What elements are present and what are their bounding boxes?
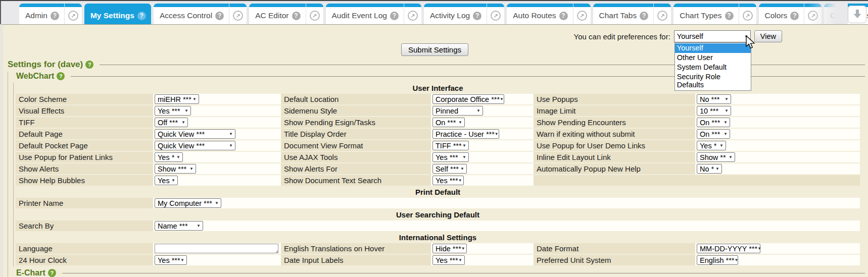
setting-label-tiff: TIFF bbox=[16, 117, 153, 129]
tab-chart-tabs[interactable]: Chart Tabs?↗ bbox=[593, 4, 671, 24]
inline-edit-layout-link-select[interactable]: Show **▼ bbox=[697, 152, 735, 162]
help-icon[interactable]: ? bbox=[725, 12, 734, 20]
select-value: Yes *** bbox=[436, 177, 458, 185]
title-display-order-select[interactable]: Practice - User ***▼ bbox=[432, 129, 499, 139]
default-pocket-page-select[interactable]: Quick View ***▼ bbox=[155, 141, 235, 150]
view-button[interactable]: View bbox=[754, 30, 782, 42]
select-value: Yes *** bbox=[158, 107, 180, 115]
tab-popout[interactable]: ↗ bbox=[487, 4, 504, 24]
help-icon[interactable]: ? bbox=[137, 12, 146, 20]
help-icon[interactable]: ? bbox=[559, 12, 568, 20]
tab-my-settings[interactable]: My Settings? bbox=[84, 4, 151, 24]
sidemenu-style-select[interactable]: Pinned▼ bbox=[432, 106, 483, 116]
tab-popout[interactable]: ↗ bbox=[306, 4, 323, 24]
dropdown-option-security-role-defaults[interactable]: Security Role Defaults bbox=[675, 72, 751, 90]
tab-popout[interactable]: ↗ bbox=[739, 4, 756, 24]
chevron-down-icon: ▼ bbox=[229, 143, 233, 148]
tab-popout[interactable]: ↗ bbox=[804, 4, 822, 24]
edit-preferences-label: You can edit preferences for: bbox=[574, 32, 670, 41]
echart-legend: E-Chart ? bbox=[16, 268, 865, 277]
search-by-select[interactable]: Name ***▼ bbox=[155, 221, 203, 231]
tab-audit-event-log[interactable]: Audit Event Log?↗ bbox=[326, 4, 421, 24]
help-icon[interactable]: ? bbox=[390, 12, 399, 20]
use-ajax-tools-select[interactable]: Yes ***▼ bbox=[432, 152, 469, 162]
setting-value-cell: Yes ***▼ bbox=[431, 175, 534, 187]
select-value: MM-DD-YYYY *** bbox=[700, 245, 757, 253]
help-icon[interactable]: ? bbox=[85, 61, 93, 69]
settings-fieldset: WebChart ? User InterfaceColor SchememiE… bbox=[8, 72, 865, 277]
tab-auto-routes[interactable]: Auto Routes?↗ bbox=[507, 4, 590, 24]
warn-if-exiting-without-submit-select[interactable]: On ***▼ bbox=[697, 129, 730, 139]
show-alerts-for-select[interactable]: Self ***▼ bbox=[432, 164, 467, 174]
submit-settings-button[interactable]: Submit Settings bbox=[401, 43, 468, 56]
help-icon[interactable]: ? bbox=[51, 12, 59, 20]
chevron-down-icon: ▼ bbox=[197, 224, 201, 228]
module-tab-bar: Admin?↗My Settings?Access Control?↗AC Ed… bbox=[0, 1, 868, 24]
tab-label: Chart Types bbox=[680, 11, 721, 20]
setting-value-cell: Show ***▼ bbox=[153, 163, 281, 175]
document-view-format-select[interactable]: TIFF ***▼ bbox=[432, 141, 469, 150]
dropdown-option-other-user[interactable]: Other User bbox=[675, 53, 751, 63]
image-limit-select[interactable]: 10 ***▼ bbox=[697, 106, 731, 116]
help-icon[interactable]: ? bbox=[790, 12, 799, 20]
tab-popout[interactable]: ↗ bbox=[404, 4, 421, 24]
preferred-unit-system-select[interactable]: English ***▼ bbox=[697, 255, 738, 265]
tab-colors[interactable]: Colors?↗ bbox=[759, 4, 822, 24]
show-help-bubbles-select[interactable]: Yes▼ bbox=[155, 176, 178, 185]
tab-activity-log[interactable]: Activity Log?↗ bbox=[424, 4, 504, 24]
setting-value-cell: Quick View ***▼ bbox=[153, 140, 281, 152]
show-alerts-select[interactable]: Show ***▼ bbox=[155, 164, 196, 174]
help-icon[interactable]: ? bbox=[57, 72, 65, 80]
tab-ac-editor[interactable]: AC Editor?↗ bbox=[249, 4, 323, 24]
tab-admin[interactable]: Admin?↗ bbox=[19, 4, 82, 24]
setting-label-default-location: Default Location bbox=[281, 94, 431, 105]
tab-popout[interactable]: ↗ bbox=[573, 4, 591, 24]
help-icon[interactable]: ? bbox=[640, 12, 648, 20]
24-hour-clock-select[interactable]: Yes ***▼ bbox=[155, 255, 187, 265]
show-pending-encounters-select[interactable]: On ***▼ bbox=[697, 118, 730, 127]
tab-access-control[interactable]: Access Control?↗ bbox=[154, 4, 247, 24]
language-input[interactable]: ◢ bbox=[155, 244, 278, 253]
default-location-select[interactable]: Corporate Office ***▼ bbox=[432, 94, 504, 104]
chevron-down-icon: ▼ bbox=[192, 97, 197, 101]
help-icon[interactable]: ? bbox=[48, 269, 56, 277]
help-icon[interactable]: ? bbox=[473, 12, 481, 20]
use-popup-for-user-demo-links-select[interactable]: Yes *▼ bbox=[697, 141, 726, 150]
tiff-select[interactable]: Off ***▼ bbox=[155, 118, 188, 127]
show-document-text-search-select[interactable]: Yes ***▼ bbox=[432, 176, 464, 185]
edit-preferences-select[interactable]: Yourself ▼ YourselfOther UserSystem Defa… bbox=[674, 30, 751, 42]
color-scheme-select[interactable]: miEHR ***▼ bbox=[155, 94, 199, 104]
down-arrow-icon bbox=[852, 8, 863, 21]
tab-main: Access Control? bbox=[154, 4, 229, 24]
tab-popout[interactable]: ↗ bbox=[64, 4, 82, 24]
setting-label-printer-name: Printer Name bbox=[16, 198, 153, 209]
dropdown-option-system-default[interactable]: System Default bbox=[675, 63, 751, 72]
tab-popout[interactable]: ↗ bbox=[653, 4, 671, 24]
tab-main: Audit Event Log? bbox=[326, 4, 404, 24]
tab-scroll-down-button[interactable] bbox=[848, 6, 866, 23]
chevron-down-icon: ▼ bbox=[757, 246, 761, 251]
tab-chart-types[interactable]: Chart Types?↗ bbox=[673, 4, 756, 24]
date-format-select[interactable]: MM-DD-YYYY ***▼ bbox=[697, 244, 760, 253]
tab-label: My Settings bbox=[90, 11, 134, 20]
select-value: Practice - User *** bbox=[436, 130, 495, 138]
settings-table: User InterfaceColor SchememiEHR ***▼Defa… bbox=[16, 83, 860, 266]
setting-label-inline-edit-layout-link: Inline Edit Layout Link bbox=[534, 152, 695, 163]
resize-grip-icon: ◢ bbox=[275, 250, 278, 253]
date-input-labels-select[interactable]: Yes ***▼ bbox=[432, 255, 465, 265]
select-value: miEHR *** bbox=[158, 95, 191, 103]
visual-effects-select[interactable]: Yes ***▼ bbox=[155, 106, 191, 116]
english-translations-on-hover-select[interactable]: Hide ***▼ bbox=[432, 244, 467, 253]
show-pending-esign-tasks-select[interactable]: On ***▼ bbox=[432, 118, 465, 127]
dropdown-option-yourself[interactable]: Yourself bbox=[675, 43, 751, 53]
default-page-select[interactable]: Quick View ***▼ bbox=[155, 129, 235, 139]
printer-name-select[interactable]: My Computer ***▼ bbox=[155, 198, 221, 208]
chevron-down-icon: ▼ bbox=[495, 132, 499, 136]
automatically-popup-new-help-select[interactable]: No *▼ bbox=[697, 164, 722, 174]
help-icon[interactable]: ? bbox=[292, 12, 301, 20]
use-popup-for-patient-links-select[interactable]: Yes *▼ bbox=[155, 152, 183, 162]
use-popups-select[interactable]: No ***▼ bbox=[697, 94, 731, 104]
tab-popout[interactable]: ↗ bbox=[229, 4, 247, 24]
help-icon[interactable]: ? bbox=[215, 12, 224, 20]
empty-cell bbox=[534, 175, 860, 187]
